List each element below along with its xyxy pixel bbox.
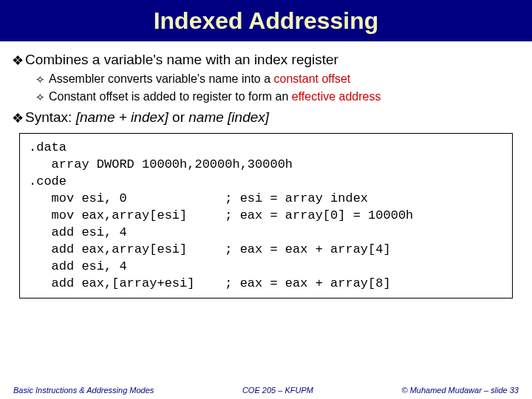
bullet-item: ❖ Combines a variable's name with an ind… <box>12 52 520 69</box>
slide-footer: Basic Instructions & Addressing Modes CO… <box>0 386 532 395</box>
bullet-text: Combines a variable's name with an index… <box>25 52 338 68</box>
footer-left: Basic Instructions & Addressing Modes <box>13 386 154 395</box>
secondary-bullet-icon: ✧ <box>35 90 49 105</box>
diamond-bullet-icon: ❖ <box>12 52 25 69</box>
diamond-bullet-icon: ❖ <box>12 109 25 127</box>
code-block: .data array DWORD 10000h,20000h,30000h .… <box>19 133 513 299</box>
footer-right: © Muhamed Mudawar – slide 33 <box>401 386 519 395</box>
sub-bullet-text: Assembler converts variable's name into … <box>49 72 350 86</box>
sub-text-pre: Constant offset is added to register to … <box>49 90 292 103</box>
syntax-expr: [index] <box>228 109 269 125</box>
sub-text-pre: Assembler converts variable's name into … <box>49 72 274 85</box>
syntax-mid: or <box>168 109 188 125</box>
syntax-label: Syntax: <box>25 109 76 125</box>
bullet-item: ❖ Syntax: [name + index] or name [index] <box>12 109 520 127</box>
syntax-text: Syntax: [name + index] or name [index] <box>25 109 269 126</box>
sub-text-emphasis: effective address <box>292 90 381 103</box>
title-bar: Indexed Addressing <box>0 0 532 41</box>
syntax-expr: name <box>188 109 224 125</box>
sub-text-emphasis: constant offset <box>274 72 351 85</box>
footer-center: COE 205 – KFUPM <box>242 386 313 395</box>
syntax-expr: [name + index] <box>76 109 168 125</box>
sub-bullet-text: Constant offset is added to register to … <box>49 90 381 103</box>
secondary-bullet-icon: ✧ <box>35 72 49 87</box>
sub-bullet-item: ✧ Assembler converts variable's name int… <box>35 72 520 87</box>
sub-bullet-item: ✧ Constant offset is added to register t… <box>35 90 520 105</box>
content-area: ❖ Combines a variable's name with an ind… <box>0 41 532 299</box>
slide-title: Indexed Addressing <box>154 7 379 35</box>
